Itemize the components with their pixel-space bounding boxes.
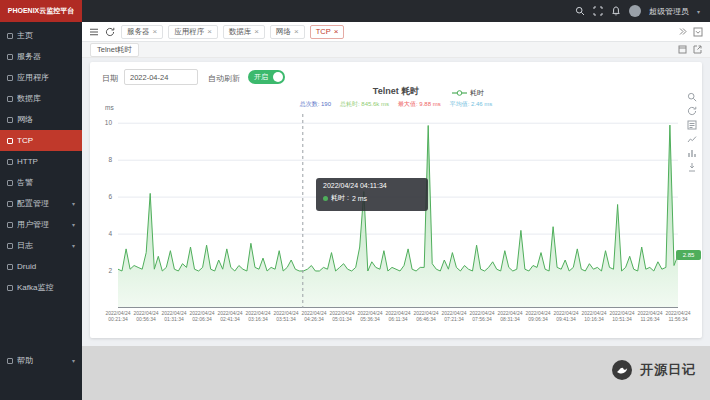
close-icon[interactable]: × [153,28,158,36]
x-tick-label: 2022/04/2409:06:34 [524,310,552,322]
x-tick-label: 2022/04/2406:11:34 [384,310,412,322]
chart-plot-svg[interactable] [118,114,678,308]
sidebar-item-数据库[interactable]: 数据库 [0,88,82,109]
tab-服务器[interactable]: 服务器× [121,25,163,39]
subtitle-segment: 最大值: 9.88 ms [398,100,441,109]
toggle-knob [273,72,283,82]
panel-icon[interactable] [678,45,687,54]
sidebar-item-TCP[interactable]: TCP [0,130,82,151]
watermark-text: 开源日记 [640,361,696,379]
x-tick-label: 2022/04/2406:46:34 [412,310,440,322]
sidebar-item-label: 日志 [17,240,68,251]
pagebar: Telnet耗时 [82,42,710,58]
chart-title: Telnet 耗时 [90,85,702,98]
caret-down-icon: ▾ [72,221,75,228]
username[interactable]: 超级管理员 [649,6,689,17]
sidebar-item-主页[interactable]: 主页 [0,25,82,46]
home-icon [7,33,13,39]
tab-数据库[interactable]: 数据库× [223,25,265,39]
x-tick-label: 2022/04/2405:01:34 [328,310,356,322]
pagebar-actions [678,45,702,54]
fullscreen-icon[interactable] [593,6,603,16]
sidebar-nav: 主页服务器应用程序数据库网络TCPHTTP告警配置管理▾用户管理▾日志▾Drui… [0,22,82,400]
database-icon [7,96,13,102]
server-icon [7,54,13,60]
kafka-icon [7,285,13,291]
tab-网络[interactable]: 网络× [270,25,305,39]
zoom-icon[interactable] [687,92,697,102]
caret-down-icon: ▾ [72,242,75,249]
line-chart-icon[interactable] [687,134,697,144]
save-image-icon[interactable] [687,162,697,172]
sidebar-item-label: 数据库 [17,93,75,104]
bar-chart-icon[interactable] [687,148,697,158]
sidebar-item-配置管理[interactable]: 配置管理▾ [0,193,82,214]
app-root: PHOENIX云监控平台 主页服务器应用程序数据库网络TCPHTTP告警配置管理… [0,0,710,400]
sidebar-item-label: Druid [17,262,75,271]
bell-icon[interactable] [611,6,621,16]
y-tick-label: 8 [94,156,112,163]
sidebar-item-网络[interactable]: 网络 [0,109,82,130]
subtitle-segment: 总次数: 190 [300,100,331,109]
sidebar-item-label: 用户管理 [17,219,68,230]
tab-TCP[interactable]: TCP× [310,25,345,39]
breadcrumb[interactable]: Telnet耗时 [90,43,139,57]
network-icon [7,117,13,123]
date-label: 日期 [102,73,118,84]
legend-marker-icon [452,90,467,96]
sidebar-item-label: HTTP [17,157,75,166]
y-tick-label: 2 [94,267,112,274]
tabbar-tabs: 服务器×应用程序×数据库×网络×TCP× [121,25,344,39]
search-icon[interactable] [575,6,585,16]
sidebar-item-告警[interactable]: 告警 [0,172,82,193]
sidebar-item-label: TCP [17,136,75,145]
sidebar-item-HTTP[interactable]: HTTP [0,151,82,172]
data-view-icon[interactable] [687,120,697,130]
x-tick-label: 2022/04/2411:26:34 [636,310,664,322]
auto-refresh-toggle[interactable]: 开启 [248,70,285,84]
app-icon [7,75,13,81]
x-axis-labels: 2022/04/2400:21:342022/04/2400:56:342022… [118,310,678,328]
tab-label: 网络 [276,27,291,37]
avatar[interactable] [629,5,641,17]
external-link-icon[interactable] [693,45,702,54]
caret-down-icon: ▾ [697,8,700,15]
sidebar-item-Kafka监控[interactable]: Kafka监控 [0,277,82,298]
x-tick-label: 2022/04/2403:16:34 [244,310,272,322]
date-input[interactable]: 2022-04-24 [124,69,198,85]
config-icon [7,201,13,207]
close-icon[interactable]: × [254,28,259,36]
tcp-icon [7,138,13,144]
sidebar-item-Druid[interactable]: Druid [0,256,82,277]
close-icon[interactable]: × [294,28,299,36]
x-tick-label: 2022/04/2410:51:34 [608,310,636,322]
sidebar-item-帮助[interactable]: 帮助▾ [0,350,82,371]
chart-toolbox [687,92,697,172]
sidebar-item-日志[interactable]: 日志▾ [0,235,82,256]
refresh-icon[interactable] [105,27,115,37]
sidebar-item-服务器[interactable]: 服务器 [0,46,82,67]
x-tick-label: 2022/04/2400:56:34 [132,310,160,322]
tab-应用程序[interactable]: 应用程序× [168,25,218,39]
tabbar: 服务器×应用程序×数据库×网络×TCP× [82,22,710,42]
sidebar-item-用户管理[interactable]: 用户管理▾ [0,214,82,235]
app-logo: PHOENIX云监控平台 [0,0,82,22]
chart-card: 日期 2022-04-24 自动刷新 开启 Telnet 耗时 耗时 总次数: … [90,62,702,338]
sidebar-item-label: 帮助 [17,355,68,366]
legend-item[interactable]: 耗时 [452,88,484,98]
x-tick-label: 2022/04/2400:21:34 [104,310,132,322]
tab-actions-icon[interactable] [693,27,703,37]
x-tick-label: 2022/04/2402:06:34 [188,310,216,322]
topbar: 超级管理员 ▾ [82,0,710,22]
restore-icon[interactable] [687,106,697,116]
x-tick-label: 2022/04/2402:41:34 [216,310,244,322]
sidebar-item-应用程序[interactable]: 应用程序 [0,67,82,88]
tab-label: 服务器 [127,27,150,37]
close-icon[interactable]: × [334,28,339,36]
x-tick-label: 2022/04/2410:16:34 [580,310,608,322]
close-icon[interactable]: × [207,28,212,36]
y-tick-label: 6 [94,193,112,200]
menu-collapse-icon[interactable] [89,27,99,37]
chevrons-right-icon[interactable] [678,27,687,36]
x-tick-label: 2022/04/2409:41:34 [552,310,580,322]
